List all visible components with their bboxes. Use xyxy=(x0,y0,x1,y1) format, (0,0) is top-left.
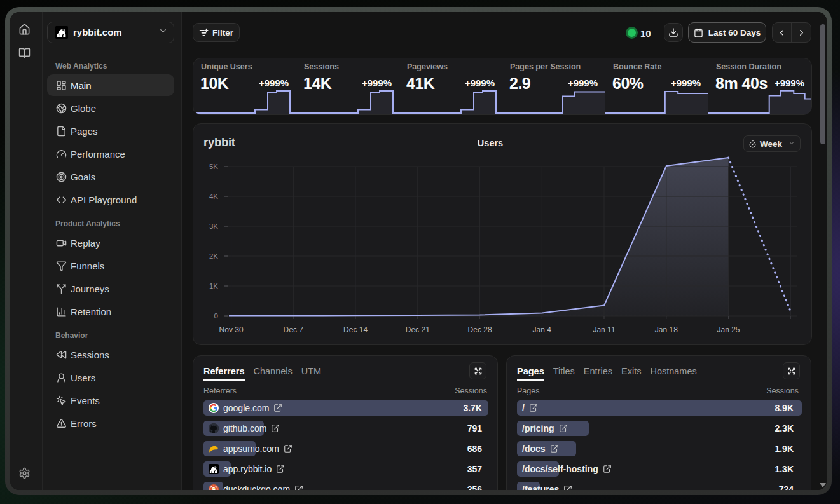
svg-text:5K: 5K xyxy=(209,163,218,170)
svg-text:Dec 28: Dec 28 xyxy=(468,325,492,334)
svg-text:Dec 21: Dec 21 xyxy=(406,325,430,334)
svg-text:Nov 30: Nov 30 xyxy=(219,325,244,334)
svg-text:3K: 3K xyxy=(209,222,218,230)
svg-text:1K: 1K xyxy=(209,282,218,290)
svg-text:Jan 18: Jan 18 xyxy=(655,325,678,334)
svg-text:Jan 4: Jan 4 xyxy=(533,325,552,334)
svg-text:Dec 14: Dec 14 xyxy=(343,325,368,334)
svg-text:Jan 25: Jan 25 xyxy=(717,325,740,334)
svg-text:4K: 4K xyxy=(209,193,218,200)
svg-text:0: 0 xyxy=(214,312,218,320)
svg-text:Jan 11: Jan 11 xyxy=(593,325,615,334)
svg-text:Dec 7: Dec 7 xyxy=(284,325,304,334)
svg-text:2K: 2K xyxy=(209,252,218,260)
